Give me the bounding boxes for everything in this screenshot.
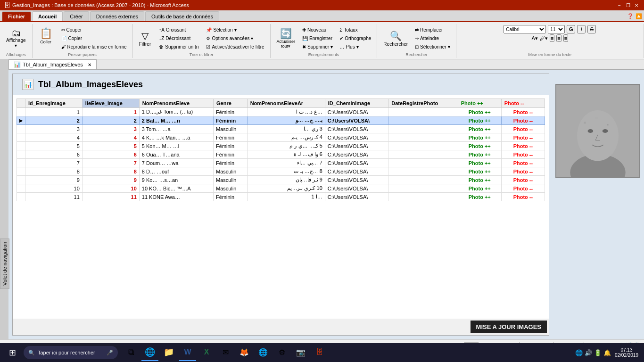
notification-icon[interactable]: 🔔 [603,349,611,356]
photo-plus-button[interactable]: Photo ++ [469,126,491,132]
align-right-button[interactable]: ≡ [563,34,568,42]
table-row[interactable]: 10 10 10 KO… Bic… ™…A Masculin 10 كـري ب… [17,184,545,193]
taskbar-app-excel[interactable]: X [198,344,215,361]
col-nomar[interactable]: NomPrenomsEleveAr [247,99,325,108]
plus-button[interactable]: … Plus▾ [337,43,374,51]
taskbar-app-camera[interactable]: 📷 [292,344,309,361]
cell-photo-plus[interactable]: Photo ++ [458,142,501,150]
options-avancees-button[interactable]: ⚙ Options avancées▾ [203,34,267,42]
cell-photo-minus[interactable]: Photo -- [501,184,545,193]
taskbar-app-word[interactable]: W [179,344,196,361]
help-icon[interactable]: ❓ [627,13,634,19]
cell-ile[interactable]: 10 [82,184,139,193]
volume-icon[interactable]: 🔊 [585,349,592,356]
photo-minus-button[interactable]: Photo -- [513,109,533,115]
photo-minus-button[interactable]: Photo -- [513,126,533,132]
table-row[interactable]: 4 4 4 K… …k Mari… …a Féminin 4 كـ رس… يـ… [17,133,545,142]
cell-photo-plus[interactable]: Photo ++ [458,176,501,184]
cell-photo-plus[interactable]: Photo ++ [458,150,501,159]
cell-photo-minus[interactable]: Photo -- [501,142,545,150]
table-row[interactable]: 6 6 6 Oua… T…ana Féminin 6 وا ف… لـ ة C:… [17,150,545,159]
photo-minus-button[interactable]: Photo -- [513,194,533,200]
photo-minus-button[interactable]: Photo -- [513,118,533,123]
photo-plus-button[interactable]: Photo ++ [469,177,491,183]
col-nom[interactable]: NomPrenomsEleve [139,99,213,108]
table-row[interactable]: 11 11 11 KONE Awa… Féminin …ا 1 C:\Users… [17,193,545,201]
reproduire-button[interactable]: 🖌 Reproduire la mise en forme [58,43,130,51]
photo-plus-button[interactable]: Photo ++ [469,186,491,191]
photo-plus-button[interactable]: Photo ++ [469,109,491,115]
cell-photo-minus[interactable]: Photo -- [501,133,545,142]
cell-nom[interactable]: 3 Tom… …a [139,125,213,133]
cell-ile[interactable]: 8 [82,167,139,176]
supprimer-tri-button[interactable]: 🗑 Supprimer un tri [156,43,201,51]
cell-nom[interactable]: 5 Kon… M… …l [139,142,213,150]
table-row[interactable]: 8 8 8 D… …ouf Masculin 8 …ج… بـ ت C:\Use… [17,167,545,176]
table-tab-main[interactable]: 📊 Tbl_Album_ImagesEleves ✕ [8,59,97,69]
cell-photo-plus[interactable]: Photo ++ [458,167,501,176]
col-date[interactable]: DateRegistrePhoto [388,99,458,108]
table-row[interactable]: 5 5 5 Kon… M… …l Féminin 5 كـ… …ي ر م C:… [17,142,545,150]
cell-photo-minus[interactable]: Photo -- [501,159,545,167]
remplacer-button[interactable]: ⇄ Remplacer [412,26,453,34]
taskbar-app-explorer[interactable]: 📁 [160,344,177,361]
photo-plus-button[interactable]: Photo ++ [469,143,491,149]
photo-minus-button[interactable]: Photo -- [513,135,533,140]
cell-photo-plus[interactable]: Photo ++ [458,193,501,201]
coller-button[interactable]: 📋 Coller [35,26,57,46]
col-chemin[interactable]: ID_CheminImage [325,99,388,108]
cell-photo-plus[interactable]: Photo ++ [458,133,501,142]
network-icon[interactable]: 🌐 [575,349,583,356]
photo-minus-button[interactable]: Photo -- [513,143,533,149]
minimize-ribbon-icon[interactable]: 🔼 [636,13,642,19]
tab-creer[interactable]: Créer [64,11,89,21]
cell-nom[interactable]: 9 Ko… …s…an [139,176,213,184]
font-select[interactable]: Calibri [504,25,546,33]
cell-nom[interactable]: 11 KONE Awa… [139,193,213,201]
taskbar-app-edge[interactable]: 🌐 [141,344,158,361]
filtrer-button[interactable]: ▽ Filtrer [136,28,155,49]
photo-minus-button[interactable]: Photo -- [513,177,533,183]
cell-nom[interactable]: 6 Oua… T…ana [139,150,213,159]
tab-outils[interactable]: Outils de base de données [145,11,219,21]
taskbar-app-tool1[interactable]: ⚙ [273,344,290,361]
photo-minus-button[interactable]: Photo -- [513,169,533,174]
strikethrough-button[interactable]: S [587,25,596,33]
cell-ile[interactable]: 4 [82,133,139,142]
copier-button[interactable]: 📄 Copier [58,34,130,42]
orthographe-button[interactable]: ✔ Orthographe [337,34,374,42]
maximize-button[interactable]: ❐ [624,1,632,9]
photo-plus-button[interactable]: Photo ++ [469,135,491,140]
bold-button[interactable]: G [567,25,575,33]
atteindre-button[interactable]: ⇒ Atteindre [412,34,453,42]
photo-plus-button[interactable]: Photo ++ [469,160,491,166]
italic-button[interactable]: I [577,25,586,33]
totaux-button[interactable]: Σ Totaux [337,26,374,34]
cell-photo-minus[interactable]: Photo -- [501,125,545,133]
photo-plus-button[interactable]: Photo ++ [469,118,491,123]
rechercher-button[interactable]: 🔍 Rechercher [380,28,411,49]
tab-fichier[interactable]: Fichier [2,11,31,21]
table-row[interactable]: 3 3 3 Tom… …a Masculin ‏3 ‏ري …ا C:\User… [17,125,545,133]
selectionner-rech-button[interactable]: ⊡ Sélectionner▾ [412,43,453,51]
cell-nom[interactable]: 2 Bal… M… …n [139,116,213,125]
cell-ile[interactable]: 9 [82,176,139,184]
cell-photo-minus[interactable]: Photo -- [501,167,545,176]
nouveau-button[interactable]: ✚ Nouveau [299,26,336,34]
cell-nom[interactable]: 4 K… …k Mari… …a [139,133,213,142]
table-row[interactable]: ▶ 2 2 2 Bal… M… …n Féminin بـ… ج… …و C:\… [17,116,545,125]
battery-icon[interactable]: 🔋 [594,349,602,356]
cell-ile[interactable]: 3 [82,125,139,133]
affichage-button[interactable]: 🗂 Affichage ▾ [3,26,29,50]
photo-plus-button[interactable]: Photo ++ [469,169,491,174]
cell-photo-plus[interactable]: Photo ++ [458,108,501,116]
taskbar-app-firefox[interactable]: 🦊 [236,344,253,361]
cell-photo-plus[interactable]: Photo ++ [458,159,501,167]
decroissant-button[interactable]: ↓Z Décroissant [156,34,201,42]
cell-photo-minus[interactable]: Photo -- [501,193,545,201]
taskbar-app-globe[interactable]: 🌐 [255,344,272,361]
actualiser-button[interactable]: 🔄 Actualisertout▾ [273,26,299,50]
nav-pane-label[interactable]: Volet de navigation [0,239,9,289]
table-row[interactable]: 9 9 9 Ko… …s…an Masculin 9 ثـر فا…بان C:… [17,176,545,184]
mise-a-jour-button[interactable]: MISE A JOUR IMAGES [471,321,547,333]
